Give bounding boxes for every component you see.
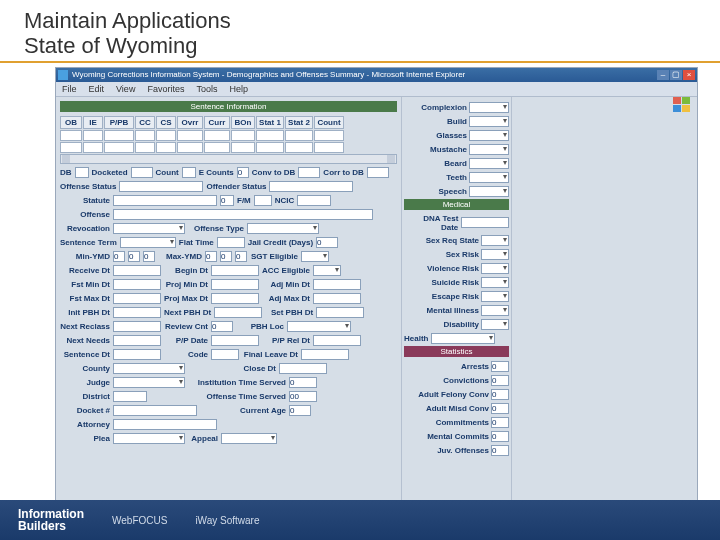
- docket-input[interactable]: [113, 405, 197, 416]
- judge-select[interactable]: [113, 377, 185, 388]
- next-reclass-input[interactable]: [113, 321, 161, 332]
- plea-select[interactable]: [113, 433, 185, 444]
- minm-input[interactable]: 0: [128, 251, 140, 262]
- statute-num-input[interactable]: 0: [220, 195, 234, 206]
- count-input[interactable]: [182, 167, 196, 178]
- th-ppb[interactable]: P/PB: [104, 116, 134, 129]
- sentence-dt-input[interactable]: [113, 349, 161, 360]
- init-pbh-dt-input[interactable]: [113, 307, 161, 318]
- mental-illness-select[interactable]: [481, 305, 509, 316]
- table-h-scrollbar[interactable]: [60, 154, 397, 164]
- th-bon[interactable]: BOn: [231, 116, 255, 129]
- offense-status-input[interactable]: [119, 181, 203, 192]
- th-curr[interactable]: Curr: [204, 116, 230, 129]
- th-ovrr[interactable]: Ovrr: [177, 116, 203, 129]
- teeth-select[interactable]: [469, 172, 509, 183]
- sgt-eligible-select[interactable]: [301, 251, 329, 262]
- fm-input[interactable]: [254, 195, 272, 206]
- dna-test-date-input[interactable]: [461, 217, 509, 228]
- adult-misd-conv-input[interactable]: 0: [491, 403, 509, 414]
- escape-risk-select[interactable]: [481, 291, 509, 302]
- ecounts-input[interactable]: 0: [237, 167, 249, 178]
- menu-tools[interactable]: Tools: [196, 84, 217, 94]
- pbh-loc-select[interactable]: [287, 321, 351, 332]
- th-stat1[interactable]: Stat 1: [256, 116, 284, 129]
- off-time-served-input[interactable]: 00: [289, 391, 317, 402]
- maxm-input[interactable]: 0: [220, 251, 232, 262]
- offense-type-select[interactable]: [247, 223, 319, 234]
- next-pbh-dt-input[interactable]: [214, 307, 262, 318]
- health-select[interactable]: [431, 333, 495, 344]
- appeal-select[interactable]: [221, 433, 277, 444]
- violence-risk-select[interactable]: [481, 263, 509, 274]
- set-pbh-dt-input[interactable]: [316, 307, 364, 318]
- sex-risk-select[interactable]: [481, 249, 509, 260]
- pp-date-input[interactable]: [211, 335, 259, 346]
- th-ie[interactable]: IE: [83, 116, 103, 129]
- conv-to-db-input[interactable]: [298, 167, 320, 178]
- sentence-table-row[interactable]: [60, 130, 397, 141]
- menu-help[interactable]: Help: [229, 84, 248, 94]
- th-cs[interactable]: CS: [156, 116, 176, 129]
- mind-input[interactable]: 0: [143, 251, 155, 262]
- maxy-input[interactable]: 0: [205, 251, 217, 262]
- th-cc[interactable]: CC: [135, 116, 155, 129]
- menu-file[interactable]: File: [62, 84, 77, 94]
- convictions-input[interactable]: 0: [491, 375, 509, 386]
- proj-max-dt-input[interactable]: [211, 293, 259, 304]
- corr-to-db-input[interactable]: [367, 167, 389, 178]
- receive-dt-input[interactable]: [113, 265, 161, 276]
- commitments-input[interactable]: 0: [491, 417, 509, 428]
- mental-commits-input[interactable]: 0: [491, 431, 509, 442]
- pp-rel-dt-input[interactable]: [313, 335, 361, 346]
- th-ob[interactable]: OB: [60, 116, 82, 129]
- adj-min-dt-input[interactable]: [313, 279, 361, 290]
- disability-select[interactable]: [481, 319, 509, 330]
- menu-favorites[interactable]: Favorites: [147, 84, 184, 94]
- offender-status-input[interactable]: [269, 181, 353, 192]
- acc-eligible-select[interactable]: [313, 265, 341, 276]
- scroll-right-icon[interactable]: [387, 155, 395, 163]
- complexion-select[interactable]: [469, 102, 509, 113]
- th-stat2[interactable]: Stat 2: [285, 116, 313, 129]
- fst-min-dt-input[interactable]: [113, 279, 161, 290]
- proj-min-dt-input[interactable]: [211, 279, 259, 290]
- beard-select[interactable]: [469, 158, 509, 169]
- juv-offenses-input[interactable]: 0: [491, 445, 509, 456]
- glasses-select[interactable]: [469, 130, 509, 141]
- offense-input[interactable]: [113, 209, 373, 220]
- adult-felony-conv-input[interactable]: 0: [491, 389, 509, 400]
- flat-time-input[interactable]: [217, 237, 245, 248]
- docketed-input[interactable]: [131, 167, 153, 178]
- jail-credit-input[interactable]: 0: [316, 237, 338, 248]
- next-needs-input[interactable]: [113, 335, 161, 346]
- attorney-input[interactable]: [113, 419, 217, 430]
- begin-dt-input[interactable]: [211, 265, 259, 276]
- sentence-term-select[interactable]: [120, 237, 176, 248]
- db-input[interactable]: [75, 167, 89, 178]
- arrests-input[interactable]: 0: [491, 361, 509, 372]
- window-close-button[interactable]: ×: [683, 70, 695, 80]
- window-minimize-button[interactable]: –: [657, 70, 669, 80]
- fst-max-dt-input[interactable]: [113, 293, 161, 304]
- miny-input[interactable]: 0: [113, 251, 125, 262]
- window-maximize-button[interactable]: ▢: [670, 70, 682, 80]
- revocation-select[interactable]: [113, 223, 185, 234]
- scroll-left-icon[interactable]: [62, 155, 70, 163]
- maxd-input[interactable]: 0: [235, 251, 247, 262]
- sentence-table-row[interactable]: [60, 142, 397, 153]
- menu-edit[interactable]: Edit: [89, 84, 105, 94]
- build-select[interactable]: [469, 116, 509, 127]
- adj-max-dt-input[interactable]: [313, 293, 361, 304]
- th-count[interactable]: Count: [314, 116, 344, 129]
- mustache-select[interactable]: [469, 144, 509, 155]
- final-leave-dt-input[interactable]: [301, 349, 349, 360]
- statute-input[interactable]: [113, 195, 217, 206]
- current-age-input[interactable]: 0: [289, 405, 311, 416]
- menu-view[interactable]: View: [116, 84, 135, 94]
- district-input[interactable]: [113, 391, 147, 402]
- county-select[interactable]: [113, 363, 185, 374]
- close-dt-input[interactable]: [279, 363, 327, 374]
- suicide-risk-select[interactable]: [481, 277, 509, 288]
- code-input[interactable]: [211, 349, 239, 360]
